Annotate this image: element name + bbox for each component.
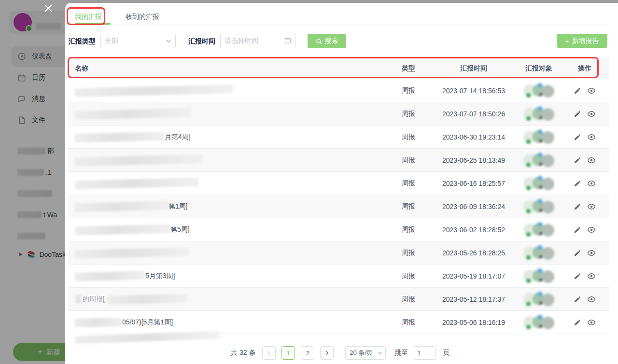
edit-icon[interactable] [574,87,581,95]
report-targets-cell [517,153,561,168]
report-time: 2023-05-06 18:16:19 [430,319,517,326]
report-type-label: 汇报类型 [69,34,96,48]
redacted-avatar-group [523,107,554,121]
view-icon[interactable] [587,272,596,280]
col-actions: 操作 [561,64,609,73]
report-time: 2023-05-12 18:17:37 [430,295,517,303]
jump-page-input[interactable] [413,346,436,360]
report-time-placeholder: 请选择时间 [225,37,258,45]
chevron-left-icon [267,350,271,355]
view-icon[interactable] [587,110,596,118]
redacted-avatar-group [523,246,554,260]
report-time: 2023-07-07 18:50:26 [430,110,517,118]
report-name-cell [68,179,387,188]
page-size-select[interactable]: 20 条/页 [345,346,386,360]
prev-page-button[interactable] [262,346,276,360]
next-page-button[interactable] [320,346,334,360]
view-icon[interactable] [587,295,596,304]
table-row: 周报 2023-07-07 18:50:26 [68,102,609,126]
view-icon[interactable] [587,225,596,234]
report-actions-cell [561,225,609,234]
edit-icon[interactable] [574,295,581,303]
table-row: 周报 2023-07-14 18:56:53 [68,79,609,102]
report-actions-cell [561,86,609,95]
calendar-icon [284,37,291,45]
report-type-select[interactable]: 全部 [100,34,176,48]
redacted-avatar-group [523,223,554,237]
report-time: 2023-05-19 18:17:07 [430,272,517,280]
report-name-cell [68,249,387,257]
report-targets-cell [517,315,561,330]
redacted-avatar-group [523,269,554,283]
report-time: 2023-06-09 18:36:24 [430,203,517,210]
table-row: 第5周] 周报 2023-06-02 18:28:52 [68,218,609,241]
report-type: 周报 [387,295,430,304]
edit-icon[interactable] [574,319,581,326]
view-icon[interactable] [587,86,596,95]
report-name-partial: 第5周] [170,225,190,234]
report-name-cell: 5月第3周] [68,272,387,280]
search-button-label: 搜索 [325,37,338,45]
redacted-name [75,294,83,303]
page-unit-label: 页 [443,349,449,357]
report-name-cell: 月第4周] [68,133,387,141]
redacted-avatar-group [523,153,554,168]
report-type: 周报 [387,202,430,211]
tab-my-reports[interactable]: 我的汇报 [75,13,102,21]
reports-table: 名称 类型 汇报时间 汇报对象 操作 周报 2023-07-14 18:56:5… [68,58,609,334]
table-row: 第1周] 周报 2023-06-09 18:36:24 [68,195,609,218]
report-time-input[interactable]: 请选择时间 [220,34,295,48]
edit-icon[interactable] [574,249,581,257]
view-icon[interactable] [587,202,596,211]
report-targets-cell [517,246,561,260]
redacted-avatar-group [523,315,554,330]
tab-received-reports[interactable]: 收到的汇报 [126,13,159,21]
report-type: 周报 [387,133,430,141]
report-targets-cell [517,176,561,191]
edit-icon[interactable] [574,156,581,164]
report-actions-cell [561,202,609,211]
report-actions-cell [561,110,609,118]
report-type: 周报 [387,156,430,165]
edit-icon[interactable] [574,180,581,187]
col-time: 汇报时间 [430,64,517,73]
report-targets-cell [517,199,561,214]
redacted-name [75,224,170,235]
edit-icon[interactable] [574,110,581,118]
edit-icon[interactable] [574,272,581,280]
search-icon [316,38,322,44]
report-actions-cell [561,272,609,280]
report-name-partial: 05/07)[5月第1周] [122,318,173,327]
chevron-right-icon [324,350,329,355]
report-targets-cell [517,130,561,144]
edit-icon[interactable] [574,203,581,210]
report-type: 周报 [387,86,430,95]
edit-icon[interactable] [574,226,581,234]
table-row: 周报 2023-06-25 18:13:49 [68,149,609,172]
redacted-avatar-group [523,130,554,144]
report-time: 2023-07-14 18:56:53 [430,87,517,95]
report-name-partial: 第1周] [169,202,188,211]
report-name-partial: 5月第3周] [145,272,175,280]
close-button[interactable] [44,4,53,13]
search-button[interactable]: 搜索 [308,34,346,48]
col-name: 名称 [68,64,387,73]
page-button-1[interactable]: 1 [281,346,295,360]
redacted-avatar-group [523,84,554,98]
edit-icon[interactable] [574,133,581,141]
report-type: 周报 [387,272,430,280]
view-icon[interactable] [587,179,596,188]
total-count: 共 32 条 [231,349,255,357]
report-targets-cell [517,223,561,237]
new-report-button[interactable]: + 新增报告 [557,34,607,48]
redacted-avatar-group [523,199,554,214]
report-name-cell [68,156,387,165]
report-actions-cell [561,318,609,327]
view-icon[interactable] [587,318,596,327]
view-icon[interactable] [587,133,596,141]
view-icon[interactable] [587,156,596,165]
redacted-name [75,84,233,97]
view-icon[interactable] [587,249,596,257]
page-button-2[interactable]: 2 [301,346,314,360]
redacted-avatar-group [523,176,554,191]
